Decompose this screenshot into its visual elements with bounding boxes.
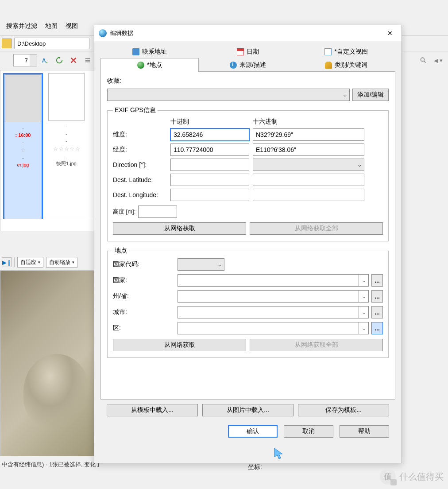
thumbnail-pane: - : 16:00 - ☆ - er.jpg - - - ☆ ☆ ☆ ☆ ☆ -…	[0, 70, 95, 229]
zoom-auto-combo[interactable]: 自动缩放	[46, 257, 77, 268]
gps-fetch-button[interactable]: 从网络获取	[113, 222, 246, 235]
thumbnail-selected[interactable]: - : 16:00 - ☆ - er.jpg	[3, 73, 43, 226]
longitude-decimal-input[interactable]	[170, 144, 249, 156]
ok-button[interactable]: 确认	[228, 425, 278, 438]
gps-fetch-all-button[interactable]: 从网络获取全部	[250, 222, 383, 235]
font-tool-icon[interactable]: A	[39, 54, 51, 66]
refresh-icon[interactable]	[53, 54, 66, 66]
tab-location[interactable]: *地点	[100, 58, 199, 71]
dest-longitude-label: Dest. Longitude:	[113, 191, 167, 198]
district-label: 区:	[113, 324, 175, 332]
spinner-buttons[interactable]	[30, 54, 37, 66]
preview-image	[0, 270, 95, 456]
city-input[interactable]	[178, 307, 359, 318]
dest-latitude-input[interactable]	[170, 174, 249, 186]
rating-stars[interactable]: ☆ ☆ ☆ ☆ ☆	[46, 145, 86, 153]
settings-icon[interactable]	[81, 54, 94, 66]
help-button[interactable]: 帮助	[340, 425, 389, 438]
folder-icon[interactable]	[2, 39, 12, 48]
search-icon[interactable]	[417, 54, 429, 66]
next-icon[interactable]: ▶❙	[2, 257, 12, 267]
path-input[interactable]	[14, 38, 89, 49]
country-browse-button[interactable]: ...	[371, 274, 383, 287]
delete-icon[interactable]	[67, 54, 80, 66]
direction-label: Direction [°]:	[113, 161, 167, 168]
province-combo[interactable]: ⌵	[178, 290, 369, 303]
country-code-select[interactable]	[178, 258, 224, 271]
thumbnail[interactable]: - - - ☆ ☆ ☆ ☆ ☆ - 快照1.jpg	[46, 73, 86, 226]
edit-data-dialog: 编辑数据 ✕ 联系地址 日期 *自定义视图 *地点 来源/描述 类别/关键词 收…	[94, 25, 402, 463]
country-label: 国家:	[113, 276, 175, 284]
decimal-header: 十进制	[170, 118, 249, 126]
province-label: 州/省:	[113, 292, 175, 300]
district-combo[interactable]: ⌵	[178, 322, 369, 334]
globe-icon	[137, 62, 144, 69]
gps-fieldset: EXIF GPS信息 十进制 十六进制 维度: 经度: Direction [°…	[107, 106, 389, 241]
longitude-hex-input[interactable]	[253, 144, 364, 156]
tab-source[interactable]: 来源/描述	[199, 58, 297, 71]
spinner-value[interactable]	[14, 55, 30, 66]
rating-stars[interactable]: ☆	[4, 146, 42, 154]
city-combo[interactable]: ⌵	[178, 306, 369, 318]
country-input[interactable]	[178, 275, 359, 286]
place-fetch-all-button[interactable]: 从网络获取全部	[250, 339, 383, 351]
toolbar: A	[0, 52, 94, 68]
direction-select[interactable]	[253, 159, 364, 171]
svg-point-1	[421, 58, 424, 61]
thumbnail-image	[5, 74, 41, 122]
dest-latitude-hex-input[interactable]	[253, 174, 364, 186]
longitude-label: 经度:	[113, 146, 167, 154]
grid-icon	[324, 48, 332, 55]
direction-input[interactable]	[170, 159, 249, 171]
dest-longitude-input[interactable]	[170, 189, 249, 201]
dialog-title: 编辑数据	[110, 29, 133, 37]
globe-icon	[99, 29, 107, 37]
district-browse-button[interactable]: ...	[371, 322, 383, 334]
tab-contact[interactable]: 联系地址	[100, 45, 199, 58]
load-from-image-button[interactable]: 从图片中载入...	[202, 404, 294, 416]
preview-toolbar: ▶❙ 自适应 自动缩放	[0, 256, 77, 268]
watermark-text: 什么值得买	[399, 471, 444, 483]
altitude-input[interactable]	[138, 206, 177, 218]
place-fetch-button[interactable]: 从网络获取	[113, 339, 246, 351]
province-input[interactable]	[178, 291, 359, 302]
chevron-down-icon[interactable]: ⌵	[359, 307, 368, 318]
district-input[interactable]	[178, 322, 359, 334]
chevron-down-icon[interactable]: ⌵	[359, 322, 368, 334]
thumbnail-size-spinner[interactable]	[13, 54, 37, 66]
menu-search[interactable]: 搜索并过滤	[6, 22, 37, 30]
menu-view[interactable]: 视图	[66, 22, 78, 30]
dialog-titlebar[interactable]: 编辑数据 ✕	[94, 25, 402, 41]
separator	[14, 257, 15, 267]
tab-date[interactable]: 日期	[199, 45, 297, 58]
latitude-label: 维度:	[113, 131, 167, 139]
city-browse-button[interactable]: ...	[371, 306, 383, 318]
prev-dropdown-icon[interactable]: ◀ ▾	[432, 54, 444, 66]
dest-longitude-hex-input[interactable]	[253, 189, 364, 201]
latitude-hex-input[interactable]	[253, 128, 364, 141]
close-button[interactable]: ✕	[383, 27, 397, 39]
tab-custom-view[interactable]: *自定义视图	[297, 45, 395, 58]
zoom-fit-combo[interactable]: 自适应	[17, 257, 43, 268]
chevron-down-icon[interactable]: ⌵	[359, 291, 368, 302]
add-edit-button[interactable]: 添加/编辑	[352, 89, 389, 101]
province-browse-button[interactable]: ...	[371, 290, 383, 303]
save-as-template-button[interactable]: 保存为模板...	[298, 404, 389, 416]
cancel-button[interactable]: 取消	[284, 425, 333, 438]
menu-map[interactable]: 地图	[45, 22, 58, 30]
favorites-combo[interactable]	[107, 89, 350, 101]
dest-latitude-label: Dest. Latitude:	[113, 176, 167, 183]
key-icon	[325, 62, 332, 69]
info-icon	[230, 62, 237, 69]
watermark: 什么值得买	[380, 469, 444, 485]
contact-icon	[132, 48, 139, 55]
country-code-label: 国家代码:	[113, 260, 175, 268]
tab-keywords[interactable]: 类别/关键词	[297, 58, 395, 71]
coord-label: 坐标:	[248, 463, 262, 471]
filmstrip[interactable]	[0, 219, 95, 231]
chevron-down-icon[interactable]: ⌵	[359, 275, 368, 286]
load-from-template-button[interactable]: 从模板中载入...	[107, 404, 198, 416]
hex-header: 十六进制	[253, 118, 364, 126]
latitude-decimal-input[interactable]	[170, 128, 249, 141]
country-combo[interactable]: ⌵	[178, 274, 369, 287]
